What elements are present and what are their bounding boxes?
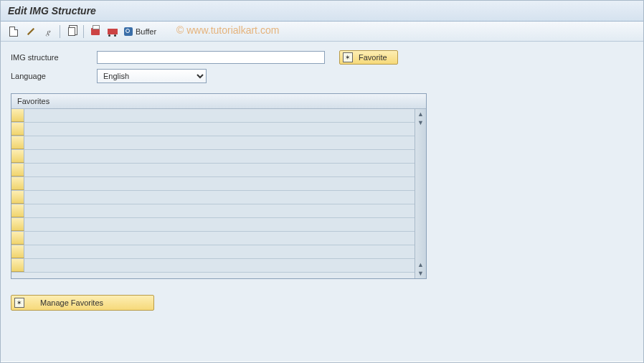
row-selector[interactable]: [11, 136, 24, 149]
toolbar-separator: [60, 25, 60, 38]
row-selector[interactable]: [11, 232, 24, 245]
img-structure-label: IMG structure: [11, 53, 97, 62]
copy-icon: [68, 27, 75, 36]
row-selector[interactable]: [11, 177, 24, 190]
scroll-down-icon[interactable]: ▼: [417, 119, 424, 126]
scroll-up-icon[interactable]: ▲: [417, 261, 424, 268]
grid-cell[interactable]: [24, 150, 415, 163]
language-label: Language: [11, 72, 97, 80]
grid-cell[interactable]: [24, 218, 415, 231]
content-area: IMG structure ✶ Favorite Language Englis…: [1, 42, 643, 362]
star-icon: ✶: [343, 52, 353, 62]
toolbar-separator: [83, 25, 84, 38]
pencil-icon: [27, 28, 34, 35]
grid-cell[interactable]: [24, 259, 415, 272]
form-row-language: Language English: [11, 69, 633, 83]
favorites-grid: Favorites ▲ ▼ ▲ ▼: [11, 93, 427, 279]
row-selector[interactable]: [11, 123, 24, 136]
table-row[interactable]: [11, 164, 415, 177]
grid-rows: [11, 109, 415, 278]
grid-body: ▲ ▼ ▲ ▼: [11, 109, 426, 278]
buffer-button[interactable]: Buffer: [123, 24, 161, 39]
row-selector[interactable]: [11, 150, 24, 163]
img-structure-input[interactable]: [97, 51, 325, 64]
grid-header-favorites: Favorites: [11, 94, 426, 109]
table-row[interactable]: [11, 204, 415, 218]
grid-cell[interactable]: [24, 204, 415, 217]
table-row[interactable]: [11, 232, 415, 245]
favorite-button[interactable]: ✶ Favorite: [339, 50, 398, 65]
row-selector[interactable]: [11, 191, 24, 204]
table-row[interactable]: [11, 259, 415, 273]
table-row[interactable]: [11, 123, 415, 136]
grid-cell[interactable]: [24, 245, 415, 258]
grid-cell[interactable]: [24, 164, 415, 176]
star-icon: ✶: [14, 298, 24, 308]
manage-favorites-button[interactable]: ✶ Manage Favorites: [11, 295, 154, 311]
buffer-label: Buffer: [133, 27, 159, 36]
print-button[interactable]: [88, 24, 103, 39]
form-row-img-structure: IMG structure ✶ Favorite: [11, 50, 633, 65]
table-row[interactable]: [11, 245, 415, 259]
row-selector[interactable]: [11, 109, 24, 122]
grid-cell[interactable]: [24, 136, 415, 149]
display-button[interactable]: 𝑔: [41, 24, 55, 39]
copy-button[interactable]: [65, 24, 79, 39]
grid-cell[interactable]: [24, 177, 415, 190]
grid-cell[interactable]: [24, 232, 415, 245]
table-row[interactable]: [11, 109, 415, 123]
document-icon: [9, 27, 18, 37]
row-selector[interactable]: [11, 218, 24, 231]
manage-favorites-label: Manage Favorites: [40, 298, 103, 307]
table-row[interactable]: [11, 218, 415, 232]
table-row[interactable]: [11, 191, 415, 204]
scroll-up-icon[interactable]: ▲: [417, 110, 424, 118]
favorite-button-label: Favorite: [359, 53, 387, 62]
vertical-scrollbar[interactable]: ▲ ▼ ▲ ▼: [415, 109, 426, 278]
glasses-icon: 𝑔: [46, 27, 50, 37]
transport-button[interactable]: [105, 24, 120, 39]
application-toolbar: 𝑔 Buffer © www.tutorialkart.com: [1, 22, 643, 42]
truck-icon: [108, 29, 118, 34]
buffer-icon: [124, 27, 133, 36]
print-icon: [91, 28, 100, 35]
grid-cell[interactable]: [24, 123, 415, 136]
scroll-down-icon[interactable]: ▼: [417, 270, 424, 277]
table-row[interactable]: [11, 150, 415, 164]
row-selector[interactable]: [11, 259, 24, 272]
language-select[interactable]: English: [97, 69, 207, 83]
row-selector[interactable]: [11, 204, 24, 217]
table-row[interactable]: [11, 177, 415, 191]
new-button[interactable]: [6, 24, 21, 39]
grid-cell[interactable]: [24, 109, 415, 122]
row-selector[interactable]: [11, 164, 24, 176]
page-title: Edit IMG Structure: [1, 1, 643, 22]
watermark-text: © www.tutorialkart.com: [176, 24, 279, 36]
row-selector[interactable]: [11, 245, 24, 258]
grid-cell[interactable]: [24, 191, 415, 204]
table-row[interactable]: [11, 136, 415, 150]
edit-button[interactable]: [24, 24, 38, 39]
